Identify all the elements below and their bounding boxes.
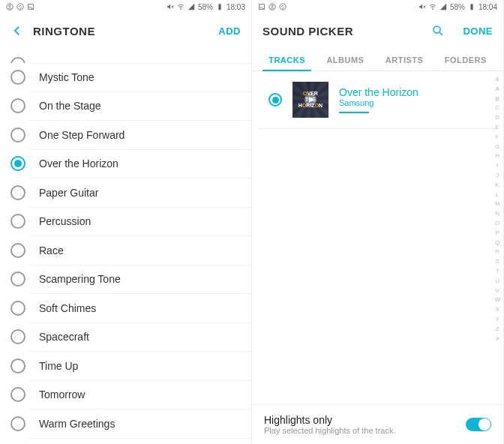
list-item[interactable]: Warm Greetings xyxy=(28,410,251,439)
page-title: RINGTONE xyxy=(33,25,209,38)
play-icon[interactable] xyxy=(304,94,316,106)
add-button[interactable]: ADD xyxy=(218,26,241,37)
tabs: TRACKSALBUMSARTISTSFOLDERS xyxy=(252,48,503,71)
radio-unselected[interactable] xyxy=(10,301,26,316)
user-icon xyxy=(6,3,14,10)
wifi-icon xyxy=(429,3,436,10)
radio-unselected[interactable] xyxy=(10,57,26,63)
search-icon[interactable] xyxy=(431,24,445,38)
ringtone-label: Percussion xyxy=(39,215,91,227)
list-item[interactable]: Percussion xyxy=(28,208,251,237)
svg-point-14 xyxy=(434,26,440,33)
list-item[interactable]: On the Stage xyxy=(28,92,251,122)
radio-unselected[interactable] xyxy=(10,329,26,344)
svg-rect-12 xyxy=(470,4,472,10)
list-item[interactable]: Over the Horizon xyxy=(28,150,251,179)
back-icon[interactable] xyxy=(10,24,24,38)
ringtone-label: Spacecraft xyxy=(39,331,89,343)
svg-point-10 xyxy=(280,4,286,10)
user-icon xyxy=(268,3,276,10)
list-item[interactable]: Time Up xyxy=(28,352,251,381)
svg-rect-5 xyxy=(218,4,220,10)
ringtone-label: Mystic Tone xyxy=(39,71,94,83)
list-item[interactable]: Spacecraft xyxy=(28,323,251,352)
ringtone-list[interactable]: Mystic ToneOn the StageOne Step ForwardO… xyxy=(0,63,251,444)
tab-artists[interactable]: ARTISTS xyxy=(380,48,430,70)
mute-icon xyxy=(166,3,174,10)
ringtone-label: Tomorrow xyxy=(39,388,85,400)
radio-selected[interactable] xyxy=(10,156,26,171)
radio-unselected[interactable] xyxy=(10,98,26,113)
signal-icon xyxy=(440,3,447,10)
list-item[interactable]: Tomorrow xyxy=(28,381,251,410)
svg-rect-6 xyxy=(219,4,220,4)
album-art[interactable]: OVERTHEHORIZON xyxy=(292,82,328,118)
image-icon xyxy=(27,3,34,10)
highlights-toggle[interactable] xyxy=(466,418,491,431)
clock: 18:03 xyxy=(226,3,245,11)
radio-unselected[interactable] xyxy=(10,243,26,258)
signal-icon xyxy=(188,3,195,10)
svg-point-2 xyxy=(17,4,23,10)
tab-folders[interactable]: FOLDERS xyxy=(439,48,493,70)
sync-icon xyxy=(16,3,24,10)
tab-albums[interactable]: ALBUMS xyxy=(320,48,370,70)
index-scrollbar[interactable]: &ABCDEFGHIJKLMNOPQRSTUVWXYZ# xyxy=(494,75,500,344)
image-icon xyxy=(258,3,266,10)
track-name: Over the Horizon xyxy=(339,86,418,98)
radio-unselected[interactable] xyxy=(10,185,26,200)
ringtone-label: Time Up xyxy=(39,360,78,372)
track-info: Over the Horizon Samsung xyxy=(339,86,418,113)
list-item-cutoff xyxy=(0,48,251,63)
battery-icon xyxy=(468,3,476,10)
radio-selected[interactable] xyxy=(268,93,282,106)
radio-unselected[interactable] xyxy=(10,70,26,85)
ringtone-label: Warm Greetings xyxy=(39,418,115,430)
battery-pct: 58% xyxy=(450,3,465,11)
app-bar: SOUND PICKER DONE xyxy=(252,14,503,48)
radio-unselected[interactable] xyxy=(10,416,26,431)
svg-point-11 xyxy=(433,9,434,10)
svg-point-9 xyxy=(272,5,274,8)
radio-unselected[interactable] xyxy=(10,387,26,402)
radio-unselected[interactable] xyxy=(10,128,26,142)
ringtone-label: On the Stage xyxy=(39,100,101,112)
status-bar: 58% 18:03 xyxy=(0,0,251,14)
radio-unselected[interactable] xyxy=(10,214,26,229)
page-title: SOUND PICKER xyxy=(262,25,422,38)
battery-icon xyxy=(216,3,224,10)
done-button[interactable]: DONE xyxy=(463,26,493,37)
svg-point-1 xyxy=(9,5,11,8)
track-progress xyxy=(339,112,369,113)
list-item[interactable]: Paper Guitar xyxy=(28,178,251,208)
clock: 18:04 xyxy=(478,3,497,11)
track-row[interactable]: OVERTHEHORIZON Over the Horizon Samsung xyxy=(258,71,497,129)
ringtone-label: Over the Horizon xyxy=(39,158,118,170)
sync-icon xyxy=(279,3,286,10)
track-list[interactable]: OVERTHEHORIZON Over the Horizon Samsung xyxy=(252,71,503,404)
ringtone-label: Soft Chimes xyxy=(39,302,96,314)
track-artist: Samsung xyxy=(339,98,418,107)
svg-rect-13 xyxy=(471,4,472,4)
list-item[interactable]: Scampering Tone xyxy=(28,266,251,295)
list-item[interactable]: Soft Chimes xyxy=(28,294,251,323)
status-bar: 58% 18:04 xyxy=(252,0,503,14)
radio-unselected[interactable] xyxy=(10,272,26,286)
list-item[interactable]: One Step Forward xyxy=(28,121,251,150)
ringtone-label: One Step Forward xyxy=(39,129,124,141)
ringtone-screen: 58% 18:03 RINGTONE ADD Mystic ToneOn the… xyxy=(0,0,252,444)
list-item[interactable]: Mystic Tone xyxy=(28,63,251,92)
highlights-panel: Highlights only Play selected highlights… xyxy=(252,404,503,444)
svg-point-4 xyxy=(181,9,182,10)
sound-picker-screen: 58% 18:04 SOUND PICKER DONE TRACKSALBUMS… xyxy=(252,0,504,444)
highlights-subtitle: Play selected highlights of the track. xyxy=(264,426,466,435)
ringtone-label: Scampering Tone xyxy=(39,273,121,285)
radio-unselected[interactable] xyxy=(10,358,26,374)
tab-tracks[interactable]: TRACKS xyxy=(262,48,311,70)
mute-icon xyxy=(418,3,426,10)
wifi-icon xyxy=(177,3,184,10)
highlights-title: Highlights only xyxy=(264,414,466,426)
app-bar: RINGTONE ADD xyxy=(0,14,251,48)
ringtone-label: Paper Guitar xyxy=(39,187,98,199)
list-item[interactable]: Race xyxy=(28,236,251,266)
